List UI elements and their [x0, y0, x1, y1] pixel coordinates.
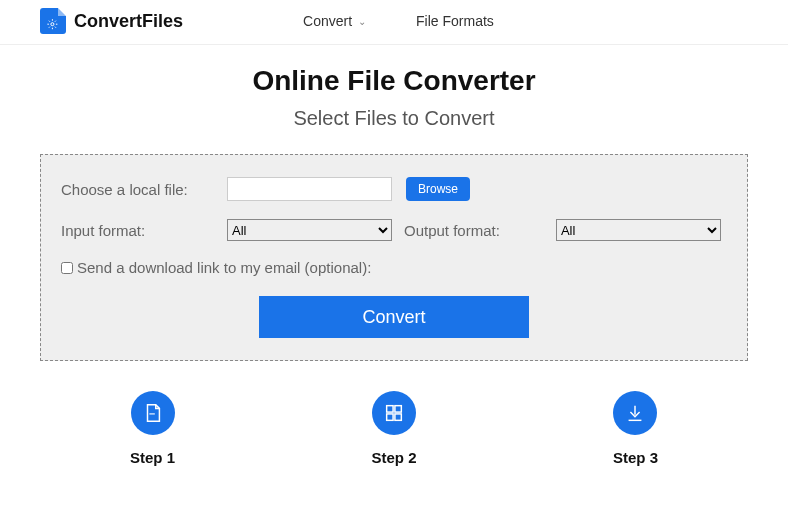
page-title: Online File Converter [40, 65, 748, 97]
nav-convert-label: Convert [303, 13, 352, 29]
upload-panel: Choose a local file: Browse Input format… [40, 154, 748, 361]
file-input[interactable] [227, 177, 392, 201]
convert-button[interactable]: Convert [259, 296, 529, 338]
nav-file-formats[interactable]: File Formats [416, 13, 494, 29]
page-subtitle: Select Files to Convert [40, 107, 748, 130]
step-2-label: Step 2 [371, 449, 416, 466]
choose-file-label: Choose a local file: [61, 181, 221, 198]
step-1: Step 1 [130, 391, 175, 466]
chevron-down-icon: ⌄ [358, 16, 366, 27]
step-3-label: Step 3 [613, 449, 658, 466]
step-2: Step 2 [371, 391, 416, 466]
file-row: Choose a local file: Browse [61, 177, 727, 201]
step-3: Step 3 [613, 391, 658, 466]
download-icon [613, 391, 657, 435]
output-format-label: Output format: [404, 222, 500, 239]
format-row: Input format: All Output format: All [61, 219, 727, 241]
svg-rect-3 [387, 414, 393, 420]
svg-rect-4 [395, 414, 401, 420]
svg-rect-1 [387, 406, 393, 412]
output-format-select[interactable]: All [556, 219, 721, 241]
logo-icon [40, 8, 66, 34]
header: ConvertFiles Convert ⌄ File Formats [0, 0, 788, 45]
step-1-label: Step 1 [130, 449, 175, 466]
input-format-select[interactable]: All [227, 219, 392, 241]
svg-rect-2 [395, 406, 401, 412]
logo[interactable]: ConvertFiles [40, 8, 183, 34]
grid-icon [372, 391, 416, 435]
logo-text: ConvertFiles [74, 11, 183, 32]
email-check-label: Send a download link to my email (option… [77, 259, 371, 276]
steps-row: Step 1 Step 2 Step 3 [40, 361, 748, 466]
nav: Convert ⌄ File Formats [303, 13, 494, 29]
input-format-label: Input format: [61, 222, 221, 239]
browse-button[interactable]: Browse [406, 177, 470, 201]
svg-point-0 [51, 23, 54, 26]
email-checkbox[interactable] [61, 262, 73, 274]
nav-convert[interactable]: Convert ⌄ [303, 13, 366, 29]
main-content: Online File Converter Select Files to Co… [0, 45, 788, 466]
file-icon [131, 391, 175, 435]
nav-formats-label: File Formats [416, 13, 494, 29]
email-row: Send a download link to my email (option… [61, 259, 727, 276]
